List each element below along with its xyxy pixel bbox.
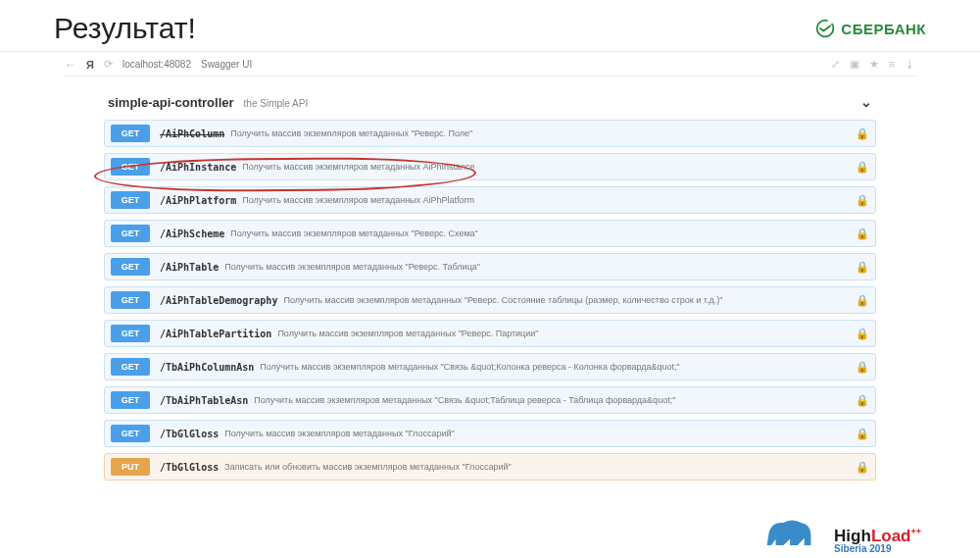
chevron-down-icon[interactable]: ⌄ (860, 94, 872, 110)
op-desc: Получить массив экземпляров метаданных "… (254, 395, 675, 405)
sberbank-logo: СБЕРБАНК (815, 19, 926, 38)
op-desc: Получить массив экземпляров метаданных "… (230, 128, 472, 138)
yandex-badge[interactable]: Я (86, 59, 94, 71)
plus-text: ++ (910, 527, 921, 536)
method-badge: GET (111, 158, 150, 176)
lock-icon[interactable]: 🔒 (856, 361, 869, 374)
op-desc: Получить массив экземпляров метаданных "… (283, 295, 722, 305)
controller-header[interactable]: simple-api-controller the Simple API ⌄ (104, 88, 876, 120)
slide-title: Результат! (54, 12, 196, 45)
method-badge: GET (111, 225, 150, 242)
op-path: /TbGlGloss (160, 462, 219, 473)
lock-icon[interactable]: 🔒 (856, 428, 869, 440)
opblock-tbaiphcolumnasn[interactable]: GET /TbAiPhColumnAsn Получить массив экз… (104, 353, 876, 380)
footer-logos: HighLoad++ Siberia 2019 (761, 513, 921, 554)
divider (0, 51, 980, 52)
method-badge: PUT (111, 458, 150, 476)
method-badge: GET (111, 325, 150, 342)
lock-icon[interactable]: 🔒 (856, 261, 869, 274)
op-desc: Получить массив экземпляров метаданных A… (242, 195, 474, 205)
bear-icon (761, 513, 816, 554)
method-badge: GET (111, 425, 150, 442)
opblock-tbglgloss-get[interactable]: GET /TbGlGloss Получить массив экземпляр… (104, 420, 876, 447)
op-desc: Получить массив экземпляров метаданных "… (277, 329, 538, 338)
method-badge: GET (111, 191, 150, 209)
slide-header: Результат! СБЕРБАНК (0, 0, 980, 51)
opblock-aiphtabledemography[interactable]: GET /AiPhTableDemography Получить массив… (104, 286, 876, 314)
op-path: /AiPhTable (160, 262, 219, 273)
opblock-aiphscheme[interactable]: GET /AiPhScheme Получить массив экземпля… (104, 220, 876, 247)
opblock-tbglgloss-put[interactable]: PUT /TbGlGloss Записать или обновить мас… (104, 453, 876, 481)
op-desc: Получить массив экземпляров метаданных "… (224, 262, 480, 272)
op-path: /TbAiPhColumnAsn (160, 362, 254, 373)
op-path: /TbAiPhTableAsn (160, 395, 248, 406)
lock-icon[interactable]: 🔒 (856, 461, 869, 474)
op-desc: Получить массив экземпляров метаданных "… (260, 362, 679, 372)
highload-sub: Siberia 2019 (834, 544, 921, 554)
opblock-aiphtable[interactable]: GET /AiPhTable Получить массив экземпляр… (104, 253, 876, 280)
star-icon[interactable]: ★ (869, 58, 879, 71)
op-path: /AiPhPlatform (160, 195, 236, 206)
toolbar-right: ⤢ ▣ ★ ≡ ⭳ (831, 58, 915, 71)
download-icon[interactable]: ⭳ (905, 58, 915, 71)
op-desc: Получить массив экземпляров метаданных "… (230, 228, 478, 238)
opblock-aiphplatform[interactable]: GET /AiPhPlatform Получить массив экземп… (104, 186, 876, 214)
sber-icon (815, 19, 835, 38)
reload-icon[interactable]: ⟳ (104, 58, 113, 71)
opblock-tbaiphtableasn[interactable]: GET /TbAiPhTableAsn Получить массив экзе… (104, 386, 876, 414)
op-path: /AiPhTablePartition (160, 329, 271, 339)
opblock-aiphinstance[interactable]: GET /AiPhInstance Получить массив экземп… (104, 153, 876, 180)
method-badge: GET (111, 125, 150, 142)
lock-icon[interactable]: 🔒 (856, 328, 869, 340)
opblock-aiphcolumn[interactable]: GET /AiPhColumn Получить массив экземпля… (104, 120, 876, 147)
expand-icon[interactable]: ⤢ (831, 58, 840, 71)
lock-icon[interactable]: 🔒 (856, 394, 869, 407)
opblock-aiphtablepartition[interactable]: GET /AiPhTablePartition Получить массив … (104, 320, 876, 347)
op-path: /AiPhInstance (160, 162, 236, 173)
swagger-panel: simple-api-controller the Simple API ⌄ G… (65, 82, 915, 481)
op-desc: Получить массив экземпляров метаданных A… (242, 162, 474, 172)
bookmark-icon[interactable]: ▣ (850, 58, 859, 71)
url-title: Swagger UI (201, 59, 252, 70)
op-path: /AiPhColumn (160, 128, 224, 139)
op-path: /AiPhTableDemography (160, 295, 277, 306)
menu-icon[interactable]: ≡ (889, 58, 895, 71)
lock-icon[interactable]: 🔒 (856, 228, 869, 240)
browser-address-bar: ← Я ⟳ localhost:48082 Swagger UI ⤢ ▣ ★ ≡… (65, 55, 915, 76)
op-path: /AiPhScheme (160, 228, 224, 239)
method-badge: GET (111, 258, 150, 276)
method-badge: GET (111, 358, 150, 376)
lock-icon[interactable]: 🔒 (856, 194, 869, 207)
op-path: /TbGlGloss (160, 429, 219, 439)
lock-icon[interactable]: 🔒 (856, 294, 869, 307)
url-host[interactable]: localhost:48082 (122, 59, 191, 70)
highload-logo: HighLoad++ Siberia 2019 (834, 528, 921, 554)
back-icon[interactable]: ← (65, 58, 76, 72)
method-badge: GET (111, 391, 150, 409)
lock-icon[interactable]: 🔒 (856, 161, 869, 174)
controller-desc: the Simple API (244, 98, 309, 109)
lock-icon[interactable]: 🔒 (856, 127, 869, 140)
method-badge: GET (111, 291, 150, 309)
op-desc: Получить массив экземпляров метаданных "… (224, 429, 454, 438)
op-desc: Записать или обновить массив экземпляров… (224, 462, 511, 472)
controller-name: simple-api-controller (108, 95, 234, 110)
sber-text: СБЕРБАНК (841, 21, 926, 37)
